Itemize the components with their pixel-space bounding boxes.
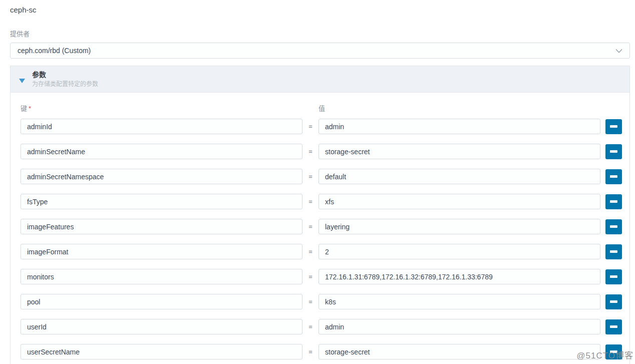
param-row: = [21,219,629,234]
remove-row-button[interactable] [605,344,622,359]
remove-row-button[interactable] [605,269,622,284]
param-row: = [21,169,629,184]
param-value-input[interactable] [319,244,600,259]
param-key-input[interactable] [21,119,302,134]
remove-row-button[interactable] [605,319,622,334]
remove-row-button[interactable] [605,119,622,134]
parameters-section: 参数 为存储类配置特定的参数 键* 值 = = = [10,66,630,364]
param-key-input[interactable] [21,294,302,309]
provider-selected-value: ceph.com/rbd (Custom) [18,47,91,55]
param-row: = [21,194,629,209]
param-value-input[interactable] [319,294,600,309]
minus-icon [610,225,617,228]
storage-class-form: ceph-sc 提供者 ceph.com/rbd (Custom) 参数 为存储… [0,0,635,364]
param-column-headers: 键* 值 [21,105,629,112]
chevron-down-icon [615,49,622,53]
parameters-subtitle: 为存储类配置特定的参数 [32,81,98,88]
page-title: ceph-sc [10,6,630,15]
parameters-body: 键* 值 = = = = [11,93,629,359]
param-key-input[interactable] [21,219,302,234]
equals-sign: = [302,123,319,130]
minus-icon [610,250,617,253]
param-row: = [21,319,629,334]
parameters-section-header[interactable]: 参数 为存储类配置特定的参数 [11,66,629,93]
param-row: = [21,244,629,259]
provider-label: 提供者 [10,30,630,38]
minus-icon [610,300,617,303]
param-row: = [21,269,629,284]
minus-icon [610,125,617,128]
param-row: = [21,144,629,159]
value-column-header: 值 [319,105,325,112]
param-key-input[interactable] [21,319,302,334]
minus-icon [610,175,617,178]
param-value-input[interactable] [319,169,600,184]
remove-row-button[interactable] [605,144,622,159]
parameters-title: 参数 [32,71,98,79]
minus-icon [610,150,617,153]
equals-sign: = [302,298,319,305]
equals-sign: = [302,273,319,280]
param-row: = [21,119,629,134]
param-key-input[interactable] [21,344,302,359]
minus-icon [610,350,617,353]
equals-sign: = [302,173,319,180]
param-value-input[interactable] [319,144,600,159]
equals-sign: = [302,198,319,205]
param-rows: = = = = = [21,119,629,359]
equals-sign: = [302,148,319,155]
param-key-input[interactable] [21,194,302,209]
param-value-input[interactable] [319,269,600,284]
remove-row-button[interactable] [605,219,622,234]
remove-row-button[interactable] [605,169,622,184]
collapse-triangle-icon [19,79,25,83]
minus-icon [610,200,617,203]
key-column-header: 键* [21,105,319,112]
param-row: = [21,344,629,359]
param-value-input[interactable] [319,194,600,209]
equals-sign: = [302,223,319,230]
equals-sign: = [302,348,319,355]
param-key-input[interactable] [21,269,302,284]
param-key-input[interactable] [21,169,302,184]
minus-icon [610,275,617,278]
param-value-input[interactable] [319,319,600,334]
param-key-input[interactable] [21,144,302,159]
provider-select[interactable]: ceph.com/rbd (Custom) [10,43,630,59]
remove-row-button[interactable] [605,244,622,259]
param-value-input[interactable] [319,219,600,234]
param-value-input[interactable] [319,119,600,134]
param-row: = [21,294,629,309]
param-value-input[interactable] [319,344,600,359]
equals-sign: = [302,323,319,330]
equals-sign: = [302,248,319,255]
required-marker: * [29,105,31,112]
param-key-input[interactable] [21,244,302,259]
remove-row-button[interactable] [605,294,622,309]
minus-icon [610,325,617,328]
remove-row-button[interactable] [605,194,622,209]
